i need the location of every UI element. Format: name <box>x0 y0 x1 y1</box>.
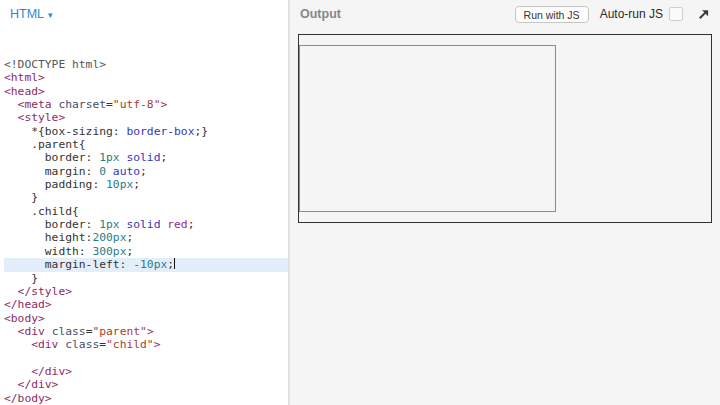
code-line[interactable]: } <box>4 272 288 285</box>
rendered-child-box <box>299 45 556 212</box>
rendered-result-area <box>290 26 720 231</box>
code-line[interactable]: </body> <box>4 392 288 405</box>
code-line[interactable]: <body> <box>4 312 288 325</box>
html-language-dropdown[interactable]: HTML ▾ <box>10 7 53 21</box>
code-line[interactable]: width: 300px; <box>4 245 288 258</box>
run-with-js-button[interactable]: Run with JS <box>515 6 589 23</box>
code-line[interactable]: </head> <box>4 298 288 311</box>
tryit-editor-app: HTML ▾ <!DOCTYPE html><html><head> <meta… <box>0 0 720 405</box>
output-title: Output <box>300 7 341 21</box>
editor-header: HTML ▾ <box>0 0 288 28</box>
code-line[interactable]: </style> <box>4 285 288 298</box>
code-line[interactable]: height:200px; <box>4 231 288 244</box>
code-line[interactable]: <html> <box>4 71 288 84</box>
output-header: Output Run with JS Auto-run JS <box>290 0 720 26</box>
code-line[interactable]: *{box-sizing: border-box;} <box>4 125 288 138</box>
text-cursor <box>174 258 175 269</box>
code-line[interactable]: border: 1px solid red; <box>4 218 288 231</box>
code-editor[interactable]: <!DOCTYPE html><html><head> <meta charse… <box>0 28 288 405</box>
code-line[interactable]: <div class="parent"> <box>4 325 288 338</box>
code-line[interactable]: .parent{ <box>4 138 288 151</box>
code-line[interactable]: </div> <box>4 378 288 391</box>
code-lines: <!DOCTYPE html><html><head> <meta charse… <box>4 58 288 405</box>
code-line[interactable]: <style> <box>4 111 288 124</box>
output-pane: Output Run with JS Auto-run JS <box>290 0 720 405</box>
code-line[interactable]: padding: 10px; <box>4 178 288 191</box>
expand-output-button[interactable] <box>696 7 710 21</box>
code-line[interactable]: margin-left: -10px; <box>4 258 288 271</box>
code-line[interactable]: .child{ <box>4 205 288 218</box>
code-line[interactable]: <meta charset="utf-8"> <box>4 98 288 111</box>
code-line[interactable]: <div class="child"> <box>4 338 288 351</box>
chevron-down-icon: ▾ <box>48 10 53 20</box>
northeast-arrow-icon <box>697 8 710 21</box>
code-editor-pane: HTML ▾ <!DOCTYPE html><html><head> <meta… <box>0 0 288 405</box>
code-line[interactable]: margin: 0 auto; <box>4 165 288 178</box>
code-line[interactable]: border: 1px solid; <box>4 151 288 164</box>
code-line[interactable]: <!DOCTYPE html> <box>4 58 288 71</box>
autorun-checkbox[interactable] <box>669 7 683 21</box>
rendered-parent-box <box>298 34 712 223</box>
code-line[interactable]: </div> <box>4 365 288 378</box>
language-label: HTML <box>10 7 44 21</box>
code-line[interactable]: } <box>4 191 288 204</box>
autorun-js-label: Auto-run JS <box>600 7 663 21</box>
code-line[interactable]: <head> <box>4 85 288 98</box>
code-line[interactable] <box>4 352 288 365</box>
